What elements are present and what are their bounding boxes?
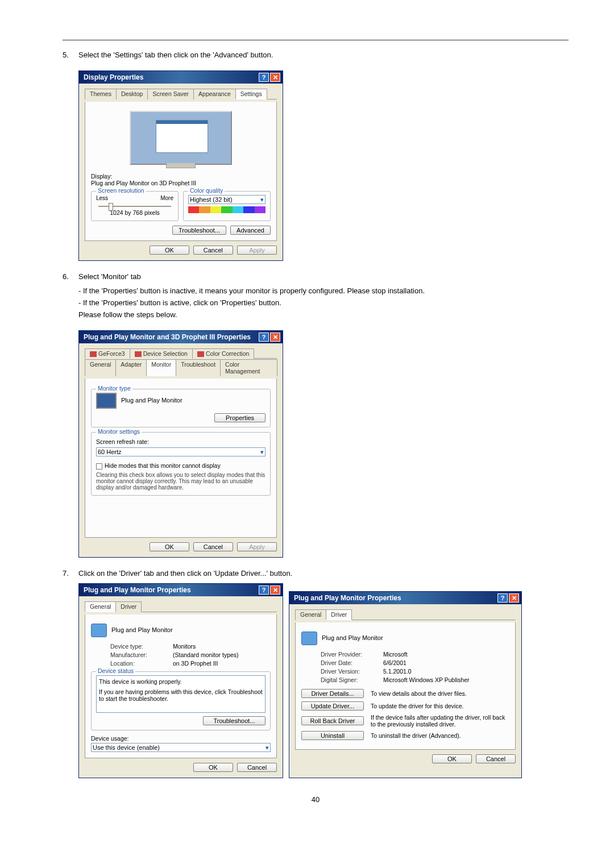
driver-version-value: 5.1.2001.0	[383, 668, 412, 675]
manufacturer-value: (Standard monitor types)	[173, 651, 239, 658]
rollback-driver-button[interactable]: Roll Back Driver	[301, 716, 364, 725]
cancel-button[interactable]: Cancel	[193, 246, 233, 255]
help-icon[interactable]: ?	[259, 333, 269, 342]
tab-driver[interactable]: Driver	[326, 609, 352, 620]
tab-appearance[interactable]: Appearance	[193, 89, 236, 99]
page-number: 40	[63, 795, 569, 804]
driver-version-label: Driver Version:	[321, 668, 383, 675]
refresh-rate-select[interactable]: 60 Hertz▾	[96, 447, 265, 456]
step7-text: Click on the 'Driver' tab and then click…	[78, 569, 569, 578]
driver-provider-label: Driver Provider:	[321, 651, 383, 658]
apply-button[interactable]: Apply	[237, 542, 277, 551]
ok-button[interactable]: OK	[150, 246, 189, 255]
display-properties-dialog: Display Properties ? ✕ Themes Desktop Sc…	[78, 70, 283, 261]
hide-modes-desc: Clearing this check box allows you to se…	[96, 472, 265, 491]
driver-details-button[interactable]: Driver Details...	[301, 689, 364, 698]
devtype-value: Monitors	[173, 643, 196, 650]
tab-adapter[interactable]: Adapter	[115, 359, 147, 376]
close-icon[interactable]: ✕	[270, 585, 280, 595]
update-driver-button[interactable]: Update Driver...	[301, 701, 364, 711]
dlg1-title: Display Properties	[84, 73, 143, 81]
troubleshoot-button[interactable]: Troubleshoot...	[172, 226, 226, 235]
color-quality-legend: Color quality	[188, 187, 225, 194]
device-status-legend: Device status	[96, 667, 135, 674]
tab-device-selection[interactable]: Device Selection	[130, 348, 193, 359]
step6-text: Select 'Monitor' tab	[78, 272, 569, 281]
refresh-rate-label: Screen refresh rate:	[96, 438, 265, 445]
apply-button[interactable]: Apply	[237, 246, 277, 255]
location-value: on 3D Prophet III	[173, 660, 218, 667]
display-label: Display:	[91, 173, 271, 180]
tab-color-correction[interactable]: Color Correction	[192, 348, 254, 359]
monitor-type-value: Plug and Play Monitor	[121, 397, 182, 404]
digital-signer-value: Microsoft Windows XP Publisher	[383, 676, 470, 683]
device-name: Plug and Play Monitor	[111, 626, 173, 633]
uninstall-desc: To uninstall the driver (Advanced).	[371, 732, 461, 739]
device-usage-select[interactable]: Use this device (enable)▾	[91, 743, 271, 752]
tab-color-management[interactable]: Color Management	[220, 359, 277, 376]
pnp-monitor-general-dialog: Plug and Play Monitor Properties ? ✕ Gen…	[78, 583, 283, 778]
more-label: More	[160, 195, 173, 201]
cancel-button[interactable]: Cancel	[237, 763, 277, 772]
device-icon	[91, 624, 107, 637]
tab-general[interactable]: General	[295, 609, 326, 620]
resolution-value: 1024 by 768 pixels	[96, 209, 173, 216]
digital-signer-label: Digital Signer:	[321, 676, 383, 683]
hide-modes-label: Hide modes that this monitor cannot disp…	[105, 462, 221, 469]
help-icon[interactable]: ?	[259, 585, 269, 595]
hide-modes-checkbox[interactable]	[96, 463, 102, 470]
advanced-button[interactable]: Advanced	[230, 226, 271, 235]
nvidia-icon	[135, 351, 142, 357]
ok-button[interactable]: OK	[432, 754, 472, 763]
close-icon[interactable]: ✕	[270, 73, 280, 82]
dlg2-tabs: GeForce3 Device Selection Color Correcti…	[85, 348, 277, 376]
properties-button[interactable]: Properties	[214, 413, 265, 422]
cancel-button[interactable]: Cancel	[476, 754, 516, 763]
dlg2-title: Plug and Play Monitor and 3D Prophet III…	[84, 333, 251, 341]
device-status-text: This device is working properly. If you …	[96, 675, 265, 713]
cancel-button[interactable]: Cancel	[193, 542, 233, 551]
close-icon[interactable]: ✕	[270, 333, 280, 342]
driver-details-desc: To view details about the driver files.	[371, 690, 467, 697]
manufacturer-label: Manufacturer:	[110, 651, 173, 658]
device-usage-label: Device usage:	[91, 735, 271, 742]
tab-settings[interactable]: Settings	[235, 89, 267, 99]
step5-number: 5.	[63, 51, 78, 59]
step6-number: 6.	[63, 272, 78, 281]
update-driver-desc: To update the driver for this device.	[371, 703, 463, 709]
close-icon[interactable]: ✕	[509, 593, 519, 603]
tab-general[interactable]: General	[85, 601, 116, 612]
tab-driver[interactable]: Driver	[115, 601, 142, 612]
tab-general[interactable]: General	[85, 359, 116, 376]
monitor-settings-legend: Monitor settings	[96, 428, 142, 435]
step5-text: Select the 'Settings' tab then click on …	[78, 51, 569, 59]
help-icon[interactable]: ?	[497, 593, 508, 603]
dlg4-title: Plug and Play Monitor Properties	[294, 594, 401, 602]
monitor-icon	[96, 393, 117, 409]
color-quality-select[interactable]: Highest (32 bit)▾	[188, 195, 265, 204]
step6-bullet2: - If the 'Properties' button is active, …	[78, 298, 569, 307]
tab-troubleshoot[interactable]: Troubleshoot	[176, 359, 221, 376]
tab-desktop[interactable]: Desktop	[116, 89, 148, 99]
devtype-label: Device type:	[110, 643, 173, 650]
ok-button[interactable]: OK	[150, 542, 189, 551]
driver-date-label: Driver Date:	[321, 659, 383, 666]
dlg3-title: Plug and Play Monitor Properties	[84, 586, 191, 594]
tab-themes[interactable]: Themes	[85, 89, 117, 99]
nvidia-icon	[197, 351, 204, 357]
monitor-preview	[130, 111, 232, 165]
screen-resolution-legend: Screen resolution	[96, 187, 146, 194]
troubleshoot-button[interactable]: Troubleshoot...	[203, 716, 265, 725]
tab-monitor[interactable]: Monitor	[146, 359, 176, 376]
help-icon[interactable]: ?	[259, 73, 269, 82]
resolution-slider[interactable]	[98, 206, 171, 207]
tab-geforce3[interactable]: GeForce3	[85, 348, 130, 359]
ok-button[interactable]: OK	[193, 763, 233, 772]
step7-number: 7.	[63, 569, 78, 578]
display-value: Plug and Play Monitor on 3D Prophet III	[91, 180, 271, 186]
nvidia-icon	[90, 351, 97, 357]
uninstall-button[interactable]: Uninstall	[301, 731, 364, 740]
step6-follow: Please follow the steps below.	[78, 310, 569, 319]
device-icon	[301, 632, 317, 645]
tab-screensaver[interactable]: Screen Saver	[147, 89, 194, 99]
